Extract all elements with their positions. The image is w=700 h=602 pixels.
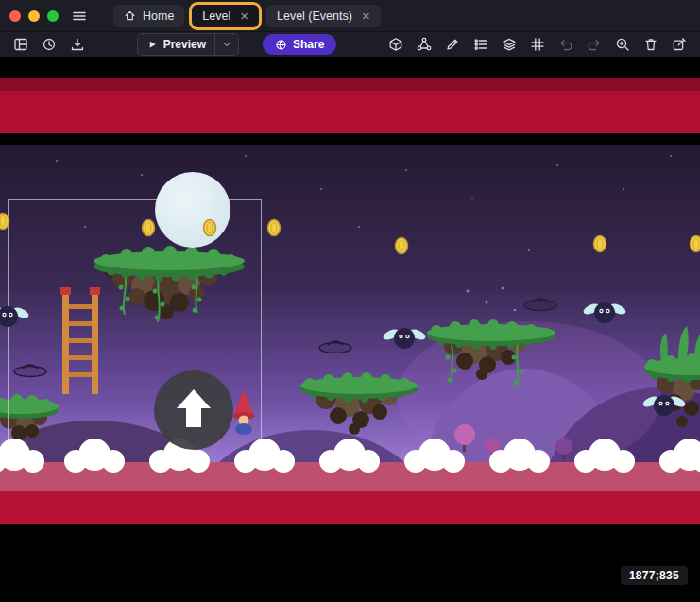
zoom-window-button[interactable] [47,10,59,22]
close-tab-icon[interactable]: × [240,9,248,23]
tab-label: Level [202,9,230,23]
delete-icon [643,37,658,52]
grid-icon [530,37,545,52]
object-groups-button[interactable] [413,34,435,55]
tab-label: Home [143,9,174,23]
cursor-coordinates-badge: 1877;835 [621,566,688,585]
edit-object-button[interactable] [441,34,464,55]
preview-button-group: Preview [137,33,239,56]
home-icon [124,9,136,22]
panels-button[interactable] [9,34,32,55]
edit-object-icon [445,37,460,52]
redo-icon [587,37,602,52]
toolbar-left-group [9,34,89,55]
tab-bar: Home Level × Level (Events) × [113,5,381,27]
zoom-in-button[interactable] [611,34,634,55]
coin[interactable] [0,214,9,230]
moon[interactable] [155,172,230,248]
hamburger-icon [72,9,87,24]
undo-icon [558,37,573,52]
bottom-black [0,524,700,602]
delete-button[interactable] [640,34,662,55]
scene-toolbar: Preview Share [0,31,700,57]
save-icon [70,37,85,52]
tab-level-events[interactable]: Level (Events) × [266,5,381,27]
clouds [0,439,700,473]
objects-editor-button[interactable] [384,34,407,55]
preview-options-button[interactable] [215,34,238,55]
coin[interactable] [268,220,281,236]
close-window-button[interactable] [9,10,21,22]
ground-red-band [0,491,700,524]
layers-button[interactable] [498,34,521,55]
share-button[interactable]: Share [263,34,336,55]
coin[interactable] [691,236,700,252]
redo-button[interactable] [583,34,606,55]
tab-level[interactable]: Level × [192,5,259,27]
traffic-lights [9,10,59,22]
preview-label: Preview [163,38,206,51]
minimize-window-button[interactable] [28,10,40,22]
panels-icon [13,37,28,52]
chevron-down-icon [221,39,232,50]
scene-editor-canvas[interactable]: 1877;835 [0,57,700,602]
game-scene[interactable] [0,57,700,602]
edit-scene-button[interactable] [668,34,691,55]
titlebar: Home Level × Level (Events) × [0,0,700,31]
edit-scene-icon [672,37,687,52]
touch-up-control[interactable] [154,370,233,450]
coin[interactable] [396,238,408,254]
save-button[interactable] [66,34,89,55]
play-icon [146,39,158,50]
coin[interactable] [594,236,606,252]
main-menu-button[interactable] [68,6,91,26]
instances-list-icon [473,37,488,52]
instances-list-button[interactable] [470,34,492,55]
tab-label: Level (Events) [277,9,352,23]
tab-home[interactable]: Home [113,5,184,27]
share-label: Share [293,38,324,51]
layers-icon [502,37,517,52]
close-tab-icon[interactable]: × [362,9,370,23]
coin[interactable] [143,220,155,236]
undo-button[interactable] [555,34,577,55]
objects-editor-icon [388,37,403,52]
gdevelop-window: Home Level × Level (Events) × [0,0,700,602]
history-icon [42,37,57,52]
preview-button[interactable]: Preview [138,34,214,55]
globe-icon [275,39,287,51]
toolbar-right-group [384,34,691,55]
top-banner [0,78,700,133]
zoom-in-icon [615,37,630,52]
history-button[interactable] [38,34,60,55]
coin[interactable] [204,220,216,236]
grid-button[interactable] [526,34,549,55]
object-groups-icon [417,37,432,52]
